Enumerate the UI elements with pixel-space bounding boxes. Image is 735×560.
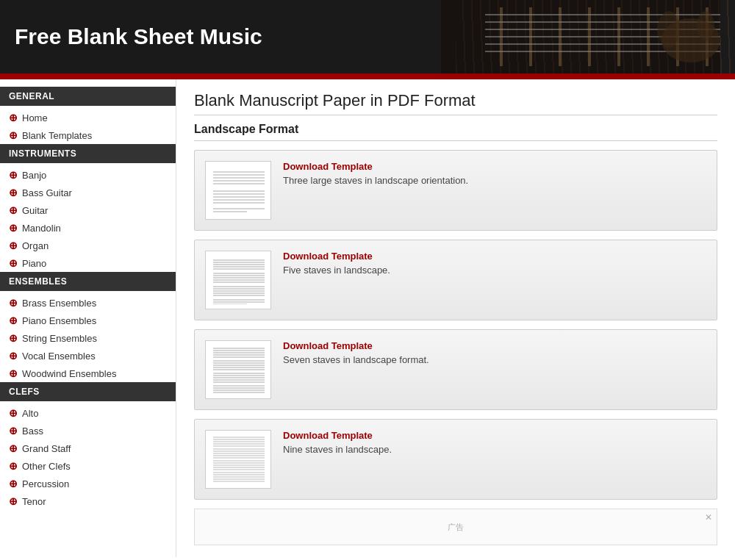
sidebar-item-label: Brass Ensembles bbox=[22, 298, 96, 309]
plus-icon: ⊕ bbox=[9, 495, 18, 507]
sidebar-item-label: Piano Ensembles bbox=[22, 315, 96, 326]
sidebar: GENERAL ⊕ Home ⊕ Blank Templates INSTRUM… bbox=[0, 79, 176, 557]
sidebar-item-bass-guitar[interactable]: ⊕ Bass Guitar bbox=[0, 184, 176, 201]
template-card-2: Download Template Five staves in landsca… bbox=[194, 240, 717, 320]
sidebar-item-label: Piano bbox=[22, 258, 46, 269]
plus-icon: ⊕ bbox=[9, 332, 18, 344]
plus-icon: ⊕ bbox=[9, 442, 18, 454]
plus-icon: ⊕ bbox=[9, 367, 18, 379]
thumbnail-svg-3 bbox=[210, 345, 268, 394]
sidebar-general-header: GENERAL bbox=[0, 87, 176, 106]
section-title-landscape: Landscape Format bbox=[194, 123, 717, 141]
plus-icon: ⊕ bbox=[9, 425, 18, 437]
plus-icon: ⊕ bbox=[9, 315, 18, 326]
plus-icon: ⊕ bbox=[9, 204, 18, 216]
plus-icon: ⊕ bbox=[9, 478, 18, 489]
sidebar-item-piano[interactable]: ⊕ Piano bbox=[0, 254, 176, 272]
template-info-3: Download Template Seven staves in landsc… bbox=[283, 340, 706, 365]
sidebar-item-woodwind-ensembles[interactable]: ⊕ Woodwind Ensembles bbox=[0, 365, 176, 382]
template-card-3: Download Template Seven staves in landsc… bbox=[194, 329, 717, 410]
sidebar-item-label: Other Clefs bbox=[22, 461, 71, 472]
svg-point-16 bbox=[658, 11, 680, 48]
template-card-4: Download Template Nine staves in landsca… bbox=[194, 419, 717, 500]
template-desc-2: Five staves in landscape. bbox=[283, 265, 390, 276]
sidebar-ensembles-header: ENSEMBLES bbox=[0, 272, 176, 291]
sidebar-item-label: Alto bbox=[22, 408, 38, 419]
sidebar-item-tenor[interactable]: ⊕ Tenor bbox=[0, 492, 176, 510]
ad-label: 广告 bbox=[448, 522, 464, 533]
sidebar-item-organ[interactable]: ⊕ Organ bbox=[0, 237, 176, 254]
plus-icon: ⊕ bbox=[9, 222, 18, 234]
sidebar-item-label: String Ensembles bbox=[22, 333, 97, 344]
plus-icon: ⊕ bbox=[9, 350, 18, 362]
thumbnail-svg-1 bbox=[210, 166, 268, 215]
sidebar-item-label: Blank Templates bbox=[22, 130, 92, 141]
sidebar-item-label: Vocal Ensembles bbox=[22, 351, 96, 362]
template-desc-1: Three large staves in landscape orientat… bbox=[283, 175, 468, 186]
sidebar-item-guitar[interactable]: ⊕ Guitar bbox=[0, 201, 176, 219]
sidebar-item-vocal-ensembles[interactable]: ⊕ Vocal Ensembles bbox=[0, 347, 176, 365]
plus-icon: ⊕ bbox=[9, 112, 18, 123]
sidebar-item-label: Bass bbox=[22, 426, 43, 437]
sidebar-item-blank-templates[interactable]: ⊕ Blank Templates bbox=[0, 126, 176, 144]
plus-icon: ⊕ bbox=[9, 460, 18, 472]
guitar-svg bbox=[441, 0, 720, 73]
template-desc-4: Nine staves in landscape. bbox=[283, 444, 392, 455]
sidebar-item-label: Percussion bbox=[22, 478, 69, 489]
plus-icon: ⊕ bbox=[9, 240, 18, 251]
sidebar-item-label: Woodwind Ensembles bbox=[22, 368, 116, 379]
template-thumbnail-1 bbox=[205, 161, 271, 220]
thumbnail-svg-2 bbox=[210, 256, 268, 304]
sidebar-item-label: Organ bbox=[22, 240, 49, 251]
sidebar-item-piano-ensembles[interactable]: ⊕ Piano Ensembles bbox=[0, 312, 176, 329]
sidebar-item-other-clefs[interactable]: ⊕ Other Clefs bbox=[0, 457, 176, 475]
plus-icon: ⊕ bbox=[9, 297, 18, 309]
plus-icon: ⊕ bbox=[9, 129, 18, 141]
page-title: Free Blank Sheet Music bbox=[15, 24, 262, 49]
download-link-3[interactable]: Download Template bbox=[283, 340, 706, 351]
template-info-1: Download Template Three large staves in … bbox=[283, 161, 706, 186]
sidebar-item-percussion[interactable]: ⊕ Percussion bbox=[0, 475, 176, 492]
sidebar-item-label: Guitar bbox=[22, 205, 48, 216]
sidebar-item-string-ensembles[interactable]: ⊕ String Ensembles bbox=[0, 329, 176, 347]
plus-icon: ⊕ bbox=[9, 407, 18, 419]
main-content: Blank Manuscript Paper in PDF Format Lan… bbox=[176, 79, 735, 557]
template-desc-3: Seven staves in landscape format. bbox=[283, 354, 429, 365]
template-thumbnail-4 bbox=[205, 430, 271, 489]
svg-point-17 bbox=[697, 11, 714, 40]
main-layout: GENERAL ⊕ Home ⊕ Blank Templates INSTRUM… bbox=[0, 79, 735, 557]
download-link-1[interactable]: Download Template bbox=[283, 161, 706, 172]
download-link-4[interactable]: Download Template bbox=[283, 430, 706, 441]
template-thumbnail-3 bbox=[205, 340, 271, 399]
sidebar-item-label: Bass Guitar bbox=[22, 187, 72, 198]
template-thumbnail-2 bbox=[205, 251, 271, 309]
download-link-2[interactable]: Download Template bbox=[283, 251, 706, 262]
sidebar-item-label: Grand Staff bbox=[22, 443, 71, 454]
sidebar-item-alto[interactable]: ⊕ Alto bbox=[0, 404, 176, 422]
sidebar-item-home[interactable]: ⊕ Home bbox=[0, 109, 176, 126]
red-accent-bar bbox=[0, 73, 735, 79]
sidebar-item-label: Banjo bbox=[22, 170, 46, 181]
sidebar-item-label: Tenor bbox=[22, 496, 46, 507]
plus-icon: ⊕ bbox=[9, 187, 18, 198]
sidebar-clefs-header: CLEFS bbox=[0, 382, 176, 401]
template-info-4: Download Template Nine staves in landsca… bbox=[283, 430, 706, 455]
template-card-1: Download Template Three large staves in … bbox=[194, 150, 717, 231]
content-page-title: Blank Manuscript Paper in PDF Format bbox=[194, 91, 717, 115]
sidebar-item-brass-ensembles[interactable]: ⊕ Brass Ensembles bbox=[0, 294, 176, 312]
sidebar-item-label: Home bbox=[22, 112, 48, 123]
ad-close-button[interactable]: ✕ bbox=[705, 512, 712, 523]
guitar-visual bbox=[426, 0, 720, 73]
sidebar-item-label: Mandolin bbox=[22, 223, 61, 234]
sidebar-instruments-header: INSTRUMENTS bbox=[0, 144, 176, 163]
plus-icon: ⊕ bbox=[9, 257, 18, 269]
thumbnail-svg-4 bbox=[210, 435, 268, 484]
sidebar-item-grand-staff[interactable]: ⊕ Grand Staff bbox=[0, 439, 176, 457]
page-header: Free Blank Sheet Music bbox=[0, 0, 735, 73]
plus-icon: ⊕ bbox=[9, 169, 18, 181]
template-info-2: Download Template Five staves in landsca… bbox=[283, 251, 706, 276]
sidebar-item-banjo[interactable]: ⊕ Banjo bbox=[0, 166, 176, 184]
advertisement-area: 广告 ✕ bbox=[194, 509, 717, 545]
sidebar-item-bass[interactable]: ⊕ Bass bbox=[0, 422, 176, 439]
sidebar-item-mandolin[interactable]: ⊕ Mandolin bbox=[0, 219, 176, 237]
